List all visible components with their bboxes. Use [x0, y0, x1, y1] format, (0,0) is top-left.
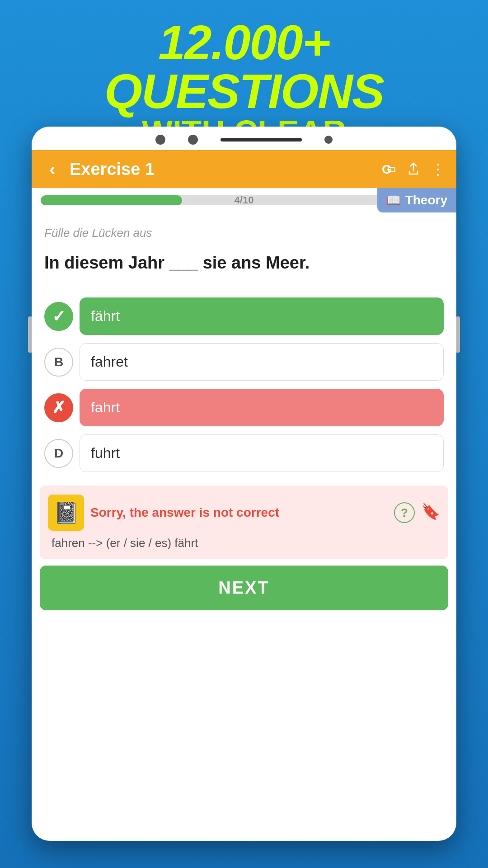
book-icon: 📖 [386, 193, 401, 208]
bookmark-button[interactable]: 🔖 [421, 502, 440, 523]
feedback-area: 📓 Sorry, the answer is not correct ? 🔖 f… [40, 486, 448, 559]
answer-box-c: fahrt [80, 389, 444, 426]
phone-topbar [32, 127, 456, 150]
answer-row-c[interactable]: ✗ fahrt [44, 389, 444, 426]
answer-circle-c: ✗ [44, 393, 73, 422]
svg-text:T: T [389, 167, 392, 172]
app-bar-icons: G T ⋮ [380, 160, 446, 178]
feedback-actions: ? 🔖 [394, 502, 440, 523]
next-button[interactable]: NEXT [40, 566, 448, 610]
answers-area: ✓ fährt B fahret ✗ fahrt D fuhrt [32, 288, 456, 481]
dot-left2 [188, 135, 198, 145]
share-button[interactable] [406, 161, 421, 177]
answer-row-d[interactable]: D fuhrt [44, 434, 444, 472]
dot-left [155, 135, 165, 145]
question-hint: Fülle die Lücken aus [44, 226, 444, 240]
answer-row-a[interactable]: ✓ fährt [44, 297, 444, 335]
answer-circle-b: B [44, 348, 73, 377]
dot-right [324, 136, 333, 144]
question-text: In diesem Jahr ___ sie ans Meer. [44, 251, 444, 275]
answer-circle-a: ✓ [44, 302, 73, 331]
feedback-explanation: fahren --> (er / sie / es) fährt [48, 536, 440, 550]
mascot-emoji: 📓 [53, 500, 79, 525]
mascot-icon: 📓 [48, 495, 84, 531]
top-bar-line [221, 138, 302, 142]
app-bar-title: Exercise 1 [70, 160, 373, 179]
app-bar: ‹ Exercise 1 G T ⋮ [32, 150, 456, 188]
theory-button[interactable]: 📖 Theory [377, 188, 456, 212]
back-button[interactable]: ‹ [42, 159, 62, 179]
progress-area: 4/10 ✓ 3 ✗ 1 📖 Theory [32, 188, 456, 212]
more-button[interactable]: ⋮ [430, 160, 446, 178]
progress-text: 4/10 [235, 194, 254, 206]
progress-bar-fill [41, 195, 182, 205]
feedback-message: Sorry, the answer is not correct [90, 505, 388, 520]
progress-bar-container [41, 195, 395, 205]
theory-button-label: Theory [405, 193, 447, 208]
translate-button[interactable]: G T [380, 161, 397, 177]
answer-box-a: fährt [80, 297, 444, 335]
answer-box-b: fahret [80, 343, 444, 381]
phone-mockup: ‹ Exercise 1 G T ⋮ 4/10 ✓ [32, 127, 456, 841]
question-area: Fülle die Lücken aus In diesem Jahr ___ … [32, 212, 456, 288]
answer-circle-d: D [44, 439, 73, 468]
answer-row-b[interactable]: B fahret [44, 343, 444, 381]
feedback-header: 📓 Sorry, the answer is not correct ? 🔖 [48, 495, 440, 531]
header-line1: 12.000+ QUESTIONS [14, 18, 474, 116]
answer-box-d: fuhrt [80, 434, 444, 472]
help-button[interactable]: ? [394, 502, 415, 523]
